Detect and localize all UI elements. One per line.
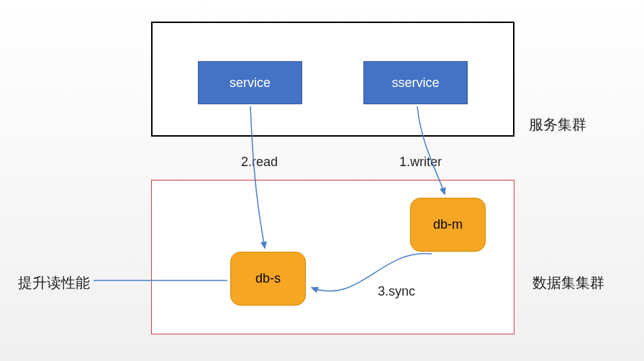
edge-label-writer: 1.writer (399, 155, 442, 170)
service-node-1: service (198, 61, 302, 104)
edge-label-read: 2.read (241, 155, 278, 170)
read-performance-label: 提升读性能 (18, 273, 90, 293)
db-slave-node: db-s (230, 252, 306, 306)
data-cluster-label: 数据集集群 (532, 273, 604, 293)
db-master-node: db-m (410, 198, 486, 252)
service-cluster-label: 服务集群 (529, 115, 586, 134)
edge-label-sync: 3.sync (378, 284, 415, 299)
service-node-2: sservice (363, 61, 468, 104)
